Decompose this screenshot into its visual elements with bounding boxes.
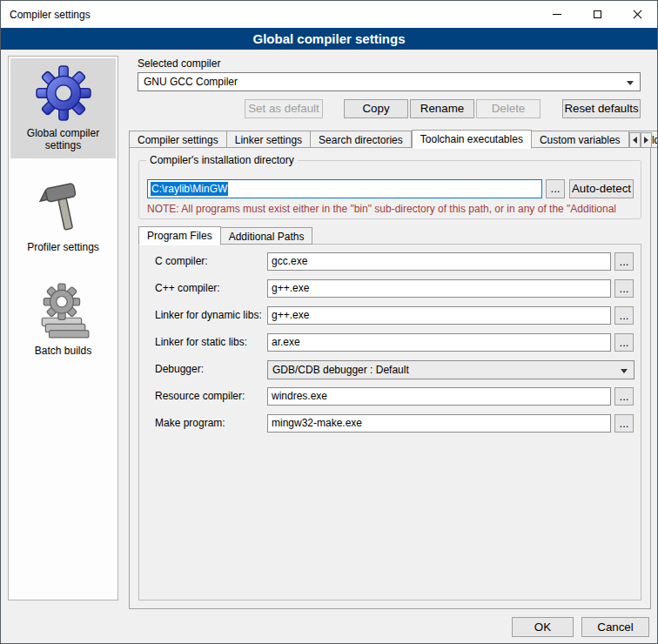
sidebar-item-profiler-settings[interactable]: Profiler settings <box>10 172 116 260</box>
cpp-compiler-label: C++ compiler: <box>155 282 220 294</box>
arrow-left-icon <box>633 137 637 144</box>
batch-builds-icon <box>35 282 92 339</box>
browse-make-program-button[interactable]: ... <box>614 414 634 433</box>
c-compiler-label: C compiler: <box>155 255 208 267</box>
set-as-default-button[interactable]: Set as default <box>245 99 323 118</box>
chevron-down-icon <box>621 369 628 373</box>
browse-cpp-compiler-button[interactable]: ... <box>614 279 634 298</box>
copy-button[interactable]: Copy <box>344 99 408 118</box>
sidebar-item-label: Batch builds <box>35 345 91 357</box>
cancel-button[interactable]: Cancel <box>581 617 649 637</box>
browse-installation-directory-button[interactable]: ... <box>546 179 565 198</box>
tab-linker-settings[interactable]: Linker settings <box>227 131 311 148</box>
installation-directory-group: Compiler's installation directory C:\ray… <box>138 160 641 219</box>
maximize-icon <box>594 10 601 18</box>
program-files-tabbar: Program Files Additional Paths <box>138 225 312 245</box>
delete-button[interactable]: Delete <box>476 99 540 118</box>
installation-directory-group-title: Compiler's installation directory <box>146 154 298 166</box>
settings-tabbar: Compiler settings Linker settings Search… <box>129 129 658 148</box>
main-panel: Selected compiler GNU GCC Compiler Set a… <box>127 50 653 615</box>
tab-toolchain-executables[interactable]: Toolchain executables <box>412 130 532 149</box>
sidebar-item-label: Profiler settings <box>27 241 99 253</box>
profiler-icon <box>35 178 92 236</box>
tab-custom-variables[interactable]: Custom variables <box>532 131 629 148</box>
gear-icon <box>35 64 92 122</box>
compiler-settings-window: Compiler settings Global compiler settin… <box>0 0 658 644</box>
resource-compiler-label: Resource compiler: <box>155 390 245 402</box>
sidebar-item-global-compiler-settings[interactable]: Global compiler settings <box>10 58 116 158</box>
browse-linker-static-button[interactable]: ... <box>614 333 634 352</box>
rename-button[interactable]: Rename <box>410 99 474 118</box>
make-program-label: Make program: <box>155 417 225 429</box>
selected-compiler-value: GNU GCC Compiler <box>144 76 238 88</box>
c-compiler-input[interactable]: gcc.exe <box>267 252 611 271</box>
toolchain-executables-panel: Compiler's installation directory C:\ray… <box>129 147 651 609</box>
tab-scroll-left-button[interactable] <box>629 132 641 148</box>
sidebar-item-label: Global compiler settings <box>13 127 113 151</box>
cpp-compiler-input[interactable]: g++.exe <box>267 279 611 298</box>
window-controls <box>537 1 657 28</box>
ok-button[interactable]: OK <box>512 617 574 637</box>
sidebar: Global compiler settings Profiler settin… <box>8 56 118 600</box>
minimize-icon <box>553 14 561 15</box>
selected-compiler-dropdown[interactable]: GNU GCC Compiler <box>138 72 641 91</box>
tab-scroll-arrows <box>629 132 652 148</box>
subtab-program-files[interactable]: Program Files <box>138 226 221 245</box>
installation-note: NOTE: All programs must exist either in … <box>147 203 616 215</box>
linker-static-input[interactable]: ar.exe <box>267 333 611 352</box>
minimize-button[interactable] <box>537 1 577 28</box>
reset-defaults-button[interactable]: Reset defaults <box>562 99 641 118</box>
window-title: Compiler settings <box>1 9 91 21</box>
chevron-down-icon <box>627 81 634 85</box>
browse-resource-compiler-button[interactable]: ... <box>614 387 634 406</box>
installation-directory-input[interactable]: C:\raylib\MinGW <box>147 179 542 198</box>
tab-compiler-settings[interactable]: Compiler settings <box>129 131 227 148</box>
auto-detect-button[interactable]: Auto-detect <box>569 179 634 198</box>
maximize-button[interactable] <box>577 1 617 28</box>
installation-directory-value: C:\raylib\MinGW <box>151 182 228 196</box>
selected-compiler-label: Selected compiler <box>138 57 220 70</box>
linker-static-label: Linker for static libs: <box>155 336 247 348</box>
title-bar: Compiler settings <box>1 1 657 28</box>
debugger-value: GDB/CDB debugger : Default <box>272 364 409 376</box>
browse-linker-dynamic-button[interactable]: ... <box>614 306 634 325</box>
linker-dynamic-label: Linker for dynamic libs: <box>155 309 262 321</box>
tab-search-directories[interactable]: Search directories <box>311 131 412 148</box>
sidebar-item-batch-builds[interactable]: Batch builds <box>10 276 116 364</box>
close-button[interactable] <box>617 1 657 28</box>
browse-c-compiler-button[interactable]: ... <box>614 252 634 271</box>
make-program-input[interactable]: mingw32-make.exe <box>267 414 611 433</box>
close-icon <box>632 9 643 20</box>
page-title: Global compiler settings <box>1 28 657 50</box>
tab-scroll-right-button[interactable] <box>641 132 652 148</box>
debugger-label: Debugger: <box>155 363 204 375</box>
resource-compiler-input[interactable]: windres.exe <box>267 387 611 406</box>
linker-dynamic-input[interactable]: g++.exe <box>267 306 611 325</box>
dialog-body: Global compiler settings Profiler settin… <box>1 50 657 643</box>
debugger-dropdown[interactable]: GDB/CDB debugger : Default <box>267 360 634 379</box>
arrow-right-icon <box>644 137 648 144</box>
subtab-additional-paths[interactable]: Additional Paths <box>221 227 313 245</box>
